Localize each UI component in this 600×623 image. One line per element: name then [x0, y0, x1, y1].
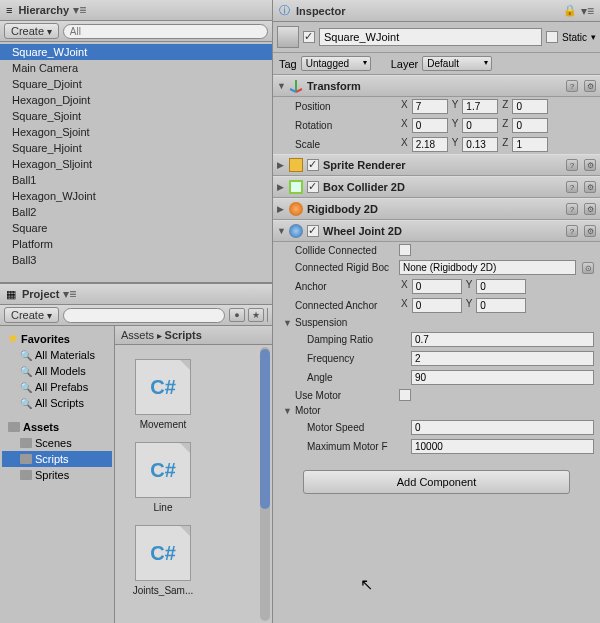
- asset-item[interactable]: C#Movement: [129, 359, 197, 430]
- star-icon: ★: [8, 332, 18, 345]
- rotation-y-input[interactable]: [462, 118, 498, 133]
- foldout-icon[interactable]: ▶: [277, 182, 285, 192]
- hierarchy-item[interactable]: Square_Hjoint: [0, 140, 272, 156]
- static-dropdown-icon[interactable]: ▾: [591, 32, 596, 42]
- wheel-joint-header[interactable]: ▼ Wheel Joint 2D ? ⚙: [273, 220, 600, 242]
- favorite-item[interactable]: 🔍All Materials: [2, 347, 112, 363]
- favorite-item[interactable]: 🔍All Prefabs: [2, 379, 112, 395]
- connected-anchor-y-input[interactable]: [476, 298, 526, 313]
- hierarchy-item[interactable]: Ball2: [0, 204, 272, 220]
- frequency-input[interactable]: [411, 351, 594, 366]
- foldout-icon[interactable]: ▼: [283, 318, 291, 328]
- project-tab[interactable]: ▦ Project ▾≡: [0, 284, 272, 305]
- collide-connected-checkbox[interactable]: [399, 244, 411, 256]
- scrollbar-thumb[interactable]: [260, 349, 270, 509]
- help-icon[interactable]: ?: [566, 225, 578, 237]
- project-search-input[interactable]: [63, 308, 225, 323]
- settings-icon[interactable]: ⚙: [584, 181, 596, 193]
- anchor-x-input[interactable]: [412, 279, 462, 294]
- component-enabled-checkbox[interactable]: [307, 225, 319, 237]
- settings-icon[interactable]: ⚙: [584, 225, 596, 237]
- settings-icon[interactable]: ⚙: [584, 80, 596, 92]
- hierarchy-item[interactable]: Hexagon_Djoint: [0, 92, 272, 108]
- settings-icon[interactable]: ⚙: [584, 159, 596, 171]
- panel-menu-icon[interactable]: ▾≡: [63, 287, 76, 301]
- help-icon[interactable]: ?: [566, 203, 578, 215]
- add-component-button[interactable]: Add Component: [303, 470, 570, 494]
- scale-z-input[interactable]: [512, 137, 548, 152]
- rotation-z-input[interactable]: [512, 118, 548, 133]
- folder-item[interactable]: Sprites: [2, 467, 112, 483]
- use-motor-checkbox[interactable]: [399, 389, 411, 401]
- hierarchy-tab[interactable]: ≡ Hierarchy ▾≡: [0, 0, 272, 21]
- motor-speed-input[interactable]: [411, 420, 594, 435]
- save-search-icon[interactable]: ★: [248, 308, 264, 322]
- scrollbar[interactable]: [260, 347, 270, 621]
- static-checkbox[interactable]: [546, 31, 558, 43]
- inspector-tab[interactable]: ⓘ Inspector 🔒 ▾≡: [273, 0, 600, 22]
- connected-anchor-label: Connected Anchor: [295, 300, 395, 311]
- favorite-item[interactable]: 🔍All Scripts: [2, 395, 112, 411]
- hierarchy-item[interactable]: Platform: [0, 236, 272, 252]
- object-picker-icon[interactable]: ⊙: [582, 262, 594, 274]
- hierarchy-item[interactable]: Hexagon_Sljoint: [0, 156, 272, 172]
- hierarchy-item[interactable]: Ball3: [0, 252, 272, 268]
- hierarchy-item[interactable]: Ball1: [0, 172, 272, 188]
- hierarchy-item[interactable]: Square_Sjoint: [0, 108, 272, 124]
- panel-menu-icon[interactable]: ▾≡: [73, 3, 86, 17]
- foldout-icon[interactable]: ▼: [277, 81, 285, 91]
- create-button[interactable]: Create ▾: [4, 307, 59, 323]
- hierarchy-item[interactable]: Hexagon_WJoint: [0, 188, 272, 204]
- help-icon[interactable]: ?: [566, 159, 578, 171]
- create-button[interactable]: Create ▾: [4, 23, 59, 39]
- hierarchy-item[interactable]: Square_WJoint: [0, 44, 272, 60]
- rotation-x-input[interactable]: [412, 118, 448, 133]
- component-enabled-checkbox[interactable]: [307, 181, 319, 193]
- box-collider-header[interactable]: ▶ Box Collider 2D ? ⚙: [273, 176, 600, 198]
- gameobject-icon[interactable]: [277, 26, 299, 48]
- hierarchy-item[interactable]: Square: [0, 220, 272, 236]
- scale-x-input[interactable]: [412, 137, 448, 152]
- favorites-header[interactable]: ★Favorites: [2, 330, 112, 347]
- connected-rb-field[interactable]: [399, 260, 576, 275]
- damping-input[interactable]: [411, 332, 594, 347]
- foldout-icon[interactable]: ▼: [277, 226, 285, 236]
- transform-component-header[interactable]: ▼ Transform ? ⚙: [273, 75, 600, 97]
- favorite-item[interactable]: 🔍All Models: [2, 363, 112, 379]
- help-icon[interactable]: ?: [566, 80, 578, 92]
- foldout-icon[interactable]: ▶: [277, 204, 285, 214]
- folder-item[interactable]: Scripts: [2, 451, 112, 467]
- foldout-icon[interactable]: ▼: [283, 406, 291, 416]
- sprite-renderer-header[interactable]: ▶ Sprite Renderer ? ⚙: [273, 154, 600, 176]
- position-x-input[interactable]: [412, 99, 448, 114]
- position-z-input[interactable]: [512, 99, 548, 114]
- rigidbody-header[interactable]: ▶ Rigidbody 2D ? ⚙: [273, 198, 600, 220]
- filter-icon[interactable]: ●: [229, 308, 245, 322]
- hierarchy-item[interactable]: Square_Djoint: [0, 76, 272, 92]
- hierarchy-search-input[interactable]: [63, 24, 268, 39]
- layer-dropdown[interactable]: Default: [422, 56, 492, 71]
- anchor-y-input[interactable]: [476, 279, 526, 294]
- breadcrumb[interactable]: Assets ▸ Scripts: [115, 326, 272, 345]
- lock-icon[interactable]: 🔒: [563, 4, 577, 17]
- assets-header[interactable]: Assets: [2, 419, 112, 435]
- max-force-input[interactable]: [411, 439, 594, 454]
- position-y-input[interactable]: [462, 99, 498, 114]
- gameobject-enabled-checkbox[interactable]: [303, 31, 315, 43]
- foldout-icon[interactable]: ▶: [277, 160, 285, 170]
- connected-anchor-x-input[interactable]: [412, 298, 462, 313]
- angle-input[interactable]: [411, 370, 594, 385]
- panel-menu-icon[interactable]: ▾≡: [581, 4, 594, 18]
- hierarchy-item[interactable]: Hexagon_Sjoint: [0, 124, 272, 140]
- tag-dropdown[interactable]: Untagged: [301, 56, 371, 71]
- asset-item[interactable]: C#Line: [129, 442, 197, 513]
- hierarchy-item[interactable]: Main Camera: [0, 60, 272, 76]
- settings-icon[interactable]: ⚙: [584, 203, 596, 215]
- folder-item[interactable]: Scenes: [2, 435, 112, 451]
- scale-y-input[interactable]: [462, 137, 498, 152]
- help-icon[interactable]: ?: [566, 181, 578, 193]
- suspension-label: Suspension: [295, 317, 395, 328]
- asset-item[interactable]: C#Joints_Sam...: [129, 525, 197, 596]
- component-enabled-checkbox[interactable]: [307, 159, 319, 171]
- gameobject-name-input[interactable]: [319, 28, 542, 46]
